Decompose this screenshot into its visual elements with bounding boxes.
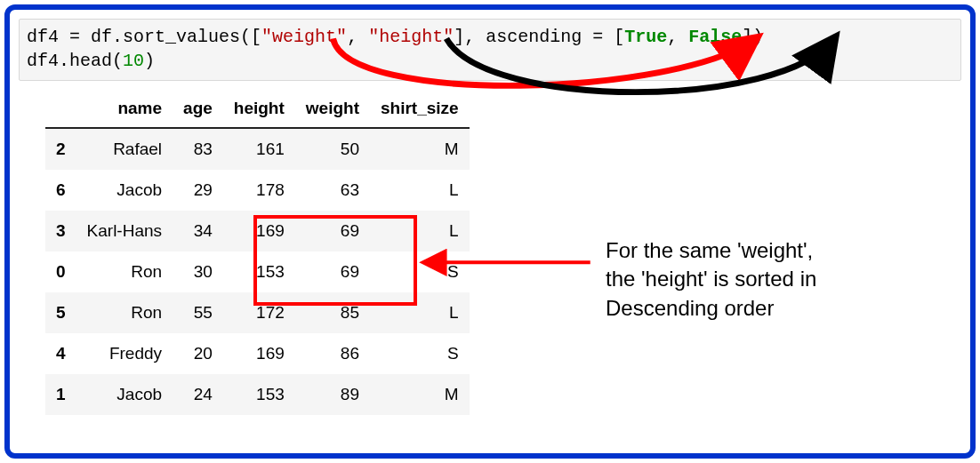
code-line-2: df4.head(10)	[27, 51, 155, 71]
row-index: 0	[45, 251, 76, 292]
table-row: 5 Ron 55 172 85 L	[45, 292, 470, 333]
cell-weight: 86	[295, 333, 370, 374]
table-row: 4 Freddy 20 169 86 S	[45, 333, 470, 374]
col-shirt-size: shirt_size	[370, 90, 470, 128]
cell-weight: 63	[295, 170, 370, 211]
cell-height: 153	[223, 251, 295, 292]
cell-name: Ron	[76, 292, 173, 333]
table-header-row: name age height weight shirt_size	[45, 90, 470, 128]
cell-shirt-size: M	[370, 374, 470, 415]
cell-age: 34	[173, 211, 223, 251]
cell-weight: 89	[295, 374, 370, 415]
code-line-1: df4 = df.sort_values(["weight", "height"…	[27, 27, 763, 47]
cell-age: 83	[173, 128, 223, 170]
col-weight: weight	[295, 90, 370, 128]
cell-shirt-size: L	[370, 211, 470, 251]
cell-age: 55	[173, 292, 223, 333]
table-row: 2 Rafael 83 161 50 M	[45, 128, 470, 170]
cell-age: 29	[173, 170, 223, 211]
cell-shirt-size: M	[370, 128, 470, 170]
cell-height: 169	[223, 333, 295, 374]
annotation-text: For the same 'weight', the 'height' is s…	[606, 236, 899, 323]
col-height: height	[223, 90, 295, 128]
cell-age: 24	[173, 374, 223, 415]
annotation-line-3: Descending order	[606, 294, 899, 323]
row-index: 6	[45, 170, 76, 211]
cell-name: Jacob	[76, 374, 173, 415]
cell-name: Jacob	[76, 170, 173, 211]
cell-weight: 69	[295, 251, 370, 292]
annotation-line-2: the 'height' is sorted in	[606, 265, 899, 293]
dataframe-output: name age height weight shirt_size 2 Rafa…	[45, 90, 526, 415]
table-row: 3 Karl-Hans 34 169 69 L	[45, 211, 470, 251]
cell-age: 20	[173, 333, 223, 374]
cell-shirt-size: S	[370, 333, 470, 374]
table-row: 1 Jacob 24 153 89 M	[45, 374, 470, 415]
col-name: name	[76, 90, 173, 128]
cell-name: Karl-Hans	[76, 211, 173, 251]
row-index: 2	[45, 128, 76, 170]
code-cell: df4 = df.sort_values(["weight", "height"…	[19, 19, 961, 81]
cell-shirt-size: L	[370, 170, 470, 211]
cell-shirt-size: S	[370, 251, 470, 292]
cell-height: 169	[223, 211, 295, 251]
cell-height: 172	[223, 292, 295, 333]
col-age: age	[173, 90, 223, 128]
cell-weight: 50	[295, 128, 370, 170]
cell-name: Freddy	[76, 333, 173, 374]
row-index: 5	[45, 292, 76, 333]
cell-height: 153	[223, 374, 295, 415]
main-frame: df4 = df.sort_values(["weight", "height"…	[4, 4, 976, 459]
row-index: 1	[45, 374, 76, 415]
index-header	[45, 90, 76, 128]
cell-weight: 85	[295, 292, 370, 333]
annotation-line-1: For the same 'weight',	[606, 236, 899, 265]
cell-height: 161	[223, 128, 295, 170]
cell-weight: 69	[295, 211, 370, 251]
dataframe-table: name age height weight shirt_size 2 Rafa…	[45, 90, 470, 415]
row-index: 3	[45, 211, 76, 251]
row-index: 4	[45, 333, 76, 374]
cell-name: Rafael	[76, 128, 173, 170]
table-row: 0 Ron 30 153 69 S	[45, 251, 470, 292]
cell-age: 30	[173, 251, 223, 292]
cell-name: Ron	[76, 251, 173, 292]
cell-height: 178	[223, 170, 295, 211]
table-row: 6 Jacob 29 178 63 L	[45, 170, 470, 211]
cell-shirt-size: L	[370, 292, 470, 333]
